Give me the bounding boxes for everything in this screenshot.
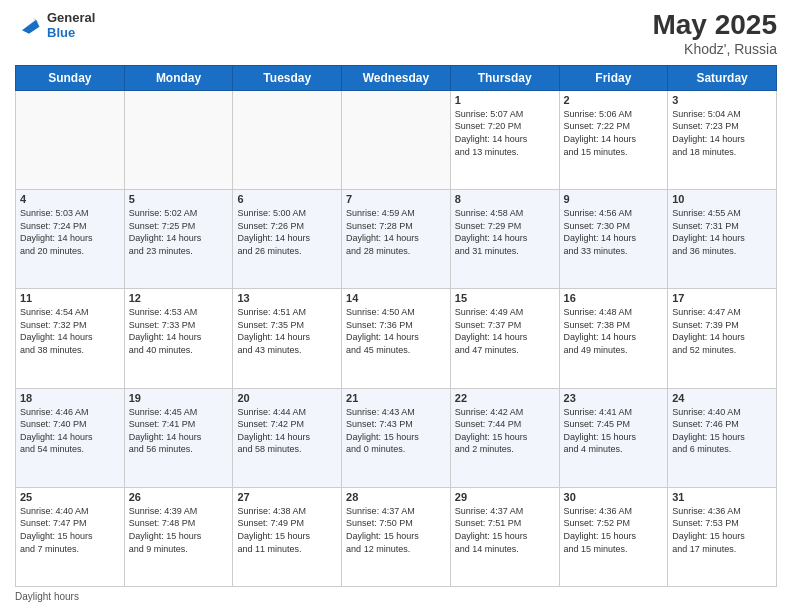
- day-number: 20: [237, 392, 337, 404]
- day-info: Sunrise: 4:43 AM Sunset: 7:43 PM Dayligh…: [346, 406, 446, 456]
- svg-marker-1: [22, 20, 40, 34]
- day-number: 16: [564, 292, 664, 304]
- day-cell-28: 25Sunrise: 4:40 AM Sunset: 7:47 PM Dayli…: [16, 487, 125, 586]
- day-cell-30: 27Sunrise: 4:38 AM Sunset: 7:49 PM Dayli…: [233, 487, 342, 586]
- day-cell-9: 6Sunrise: 5:00 AM Sunset: 7:26 PM Daylig…: [233, 190, 342, 289]
- day-cell-25: 22Sunrise: 4:42 AM Sunset: 7:44 PM Dayli…: [450, 388, 559, 487]
- day-info: Sunrise: 4:37 AM Sunset: 7:51 PM Dayligh…: [455, 505, 555, 555]
- day-cell-23: 20Sunrise: 4:44 AM Sunset: 7:42 PM Dayli…: [233, 388, 342, 487]
- day-info: Sunrise: 4:39 AM Sunset: 7:48 PM Dayligh…: [129, 505, 229, 555]
- page: General Blue May 2025 Khodz', Russia Sun…: [0, 0, 792, 612]
- day-info: Sunrise: 4:44 AM Sunset: 7:42 PM Dayligh…: [237, 406, 337, 456]
- logo: General Blue: [15, 10, 95, 40]
- day-cell-8: 5Sunrise: 5:02 AM Sunset: 7:25 PM Daylig…: [124, 190, 233, 289]
- day-info: Sunrise: 4:36 AM Sunset: 7:53 PM Dayligh…: [672, 505, 772, 555]
- day-number: 23: [564, 392, 664, 404]
- logo-text: General Blue: [47, 10, 95, 40]
- day-number: 27: [237, 491, 337, 503]
- day-cell-22: 19Sunrise: 4:45 AM Sunset: 7:41 PM Dayli…: [124, 388, 233, 487]
- day-number: 21: [346, 392, 446, 404]
- day-cell-12: 9Sunrise: 4:56 AM Sunset: 7:30 PM Daylig…: [559, 190, 668, 289]
- day-info: Sunrise: 4:59 AM Sunset: 7:28 PM Dayligh…: [346, 207, 446, 257]
- day-number: 7: [346, 193, 446, 205]
- header-friday: Friday: [559, 65, 668, 90]
- header-sunday: Sunday: [16, 65, 125, 90]
- day-number: 22: [455, 392, 555, 404]
- day-number: 11: [20, 292, 120, 304]
- day-info: Sunrise: 5:07 AM Sunset: 7:20 PM Dayligh…: [455, 108, 555, 158]
- day-cell-15: 12Sunrise: 4:53 AM Sunset: 7:33 PM Dayli…: [124, 289, 233, 388]
- day-cell-13: 10Sunrise: 4:55 AM Sunset: 7:31 PM Dayli…: [668, 190, 777, 289]
- day-number: 9: [564, 193, 664, 205]
- day-cell-29: 26Sunrise: 4:39 AM Sunset: 7:48 PM Dayli…: [124, 487, 233, 586]
- week-row-3: 11Sunrise: 4:54 AM Sunset: 7:32 PM Dayli…: [16, 289, 777, 388]
- day-info: Sunrise: 4:42 AM Sunset: 7:44 PM Dayligh…: [455, 406, 555, 456]
- week-row-4: 18Sunrise: 4:46 AM Sunset: 7:40 PM Dayli…: [16, 388, 777, 487]
- day-cell-26: 23Sunrise: 4:41 AM Sunset: 7:45 PM Dayli…: [559, 388, 668, 487]
- weekday-header-row: Sunday Monday Tuesday Wednesday Thursday…: [16, 65, 777, 90]
- day-info: Sunrise: 4:51 AM Sunset: 7:35 PM Dayligh…: [237, 306, 337, 356]
- day-number: 8: [455, 193, 555, 205]
- header: General Blue May 2025 Khodz', Russia: [15, 10, 777, 57]
- day-cell-24: 21Sunrise: 4:43 AM Sunset: 7:43 PM Dayli…: [342, 388, 451, 487]
- week-row-1: 1Sunrise: 5:07 AM Sunset: 7:20 PM Daylig…: [16, 90, 777, 189]
- day-info: Sunrise: 4:58 AM Sunset: 7:29 PM Dayligh…: [455, 207, 555, 257]
- day-cell-17: 14Sunrise: 4:50 AM Sunset: 7:36 PM Dayli…: [342, 289, 451, 388]
- day-cell-32: 29Sunrise: 4:37 AM Sunset: 7:51 PM Dayli…: [450, 487, 559, 586]
- day-number: 14: [346, 292, 446, 304]
- day-info: Sunrise: 4:48 AM Sunset: 7:38 PM Dayligh…: [564, 306, 664, 356]
- day-cell-21: 18Sunrise: 4:46 AM Sunset: 7:40 PM Dayli…: [16, 388, 125, 487]
- day-info: Sunrise: 4:40 AM Sunset: 7:46 PM Dayligh…: [672, 406, 772, 456]
- day-number: 24: [672, 392, 772, 404]
- title-block: May 2025 Khodz', Russia: [652, 10, 777, 57]
- day-cell-3: [342, 90, 451, 189]
- day-number: 4: [20, 193, 120, 205]
- day-info: Sunrise: 4:53 AM Sunset: 7:33 PM Dayligh…: [129, 306, 229, 356]
- logo-general: General: [47, 10, 95, 25]
- day-number: 18: [20, 392, 120, 404]
- day-number: 3: [672, 94, 772, 106]
- day-info: Sunrise: 5:03 AM Sunset: 7:24 PM Dayligh…: [20, 207, 120, 257]
- day-number: 29: [455, 491, 555, 503]
- day-info: Sunrise: 4:38 AM Sunset: 7:49 PM Dayligh…: [237, 505, 337, 555]
- day-number: 5: [129, 193, 229, 205]
- day-info: Sunrise: 5:04 AM Sunset: 7:23 PM Dayligh…: [672, 108, 772, 158]
- header-wednesday: Wednesday: [342, 65, 451, 90]
- logo-blue: Blue: [47, 25, 95, 40]
- day-info: Sunrise: 4:47 AM Sunset: 7:39 PM Dayligh…: [672, 306, 772, 356]
- title-location: Khodz', Russia: [652, 41, 777, 57]
- day-cell-18: 15Sunrise: 4:49 AM Sunset: 7:37 PM Dayli…: [450, 289, 559, 388]
- day-info: Sunrise: 4:49 AM Sunset: 7:37 PM Dayligh…: [455, 306, 555, 356]
- day-cell-0: [16, 90, 125, 189]
- day-cell-20: 17Sunrise: 4:47 AM Sunset: 7:39 PM Dayli…: [668, 289, 777, 388]
- day-number: 1: [455, 94, 555, 106]
- day-number: 19: [129, 392, 229, 404]
- day-cell-16: 13Sunrise: 4:51 AM Sunset: 7:35 PM Dayli…: [233, 289, 342, 388]
- day-info: Sunrise: 4:46 AM Sunset: 7:40 PM Dayligh…: [20, 406, 120, 456]
- week-row-2: 4Sunrise: 5:03 AM Sunset: 7:24 PM Daylig…: [16, 190, 777, 289]
- day-info: Sunrise: 4:55 AM Sunset: 7:31 PM Dayligh…: [672, 207, 772, 257]
- day-number: 15: [455, 292, 555, 304]
- day-cell-5: 2Sunrise: 5:06 AM Sunset: 7:22 PM Daylig…: [559, 90, 668, 189]
- day-cell-34: 31Sunrise: 4:36 AM Sunset: 7:53 PM Dayli…: [668, 487, 777, 586]
- day-cell-10: 7Sunrise: 4:59 AM Sunset: 7:28 PM Daylig…: [342, 190, 451, 289]
- day-info: Sunrise: 4:54 AM Sunset: 7:32 PM Dayligh…: [20, 306, 120, 356]
- day-number: 28: [346, 491, 446, 503]
- day-cell-7: 4Sunrise: 5:03 AM Sunset: 7:24 PM Daylig…: [16, 190, 125, 289]
- week-row-5: 25Sunrise: 4:40 AM Sunset: 7:47 PM Dayli…: [16, 487, 777, 586]
- title-month: May 2025: [652, 10, 777, 41]
- header-thursday: Thursday: [450, 65, 559, 90]
- day-info: Sunrise: 4:50 AM Sunset: 7:36 PM Dayligh…: [346, 306, 446, 356]
- day-cell-19: 16Sunrise: 4:48 AM Sunset: 7:38 PM Dayli…: [559, 289, 668, 388]
- day-cell-6: 3Sunrise: 5:04 AM Sunset: 7:23 PM Daylig…: [668, 90, 777, 189]
- day-cell-27: 24Sunrise: 4:40 AM Sunset: 7:46 PM Dayli…: [668, 388, 777, 487]
- header-monday: Monday: [124, 65, 233, 90]
- day-number: 13: [237, 292, 337, 304]
- header-tuesday: Tuesday: [233, 65, 342, 90]
- day-number: 2: [564, 94, 664, 106]
- day-info: Sunrise: 4:40 AM Sunset: 7:47 PM Dayligh…: [20, 505, 120, 555]
- day-number: 26: [129, 491, 229, 503]
- generalblue-logo-icon: [15, 11, 43, 39]
- footer-note: Daylight hours: [15, 591, 777, 602]
- day-number: 17: [672, 292, 772, 304]
